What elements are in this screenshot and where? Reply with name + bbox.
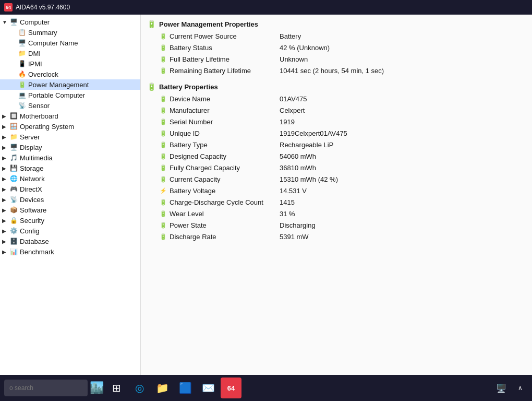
sidebar-item-config[interactable]: ▶⚙️Config (0, 226, 140, 236)
prop-icon-bp-8: ⚡ (160, 187, 167, 195)
sidebar-item-label-server: Server (20, 133, 40, 141)
property-value-pm-3: 10441 sec (2 hours, 54 min, 1 sec) (280, 67, 384, 75)
property-value-pm-0: Battery (280, 32, 301, 40)
section-icon-pm: 🔋 (147, 20, 156, 28)
taskbar-right: 🖥️ ∧ (493, 380, 528, 396)
property-row: 🔋 Manufacturer Celxpert (147, 105, 526, 117)
property-name-pm-2: 🔋 Full Battery Lifetime (160, 55, 280, 63)
property-row: 🔋 Battery Type Rechargeable LiP (147, 140, 526, 151)
tree-icon-operating-system: 🪟 (9, 122, 18, 131)
sidebar-item-operating-system[interactable]: ▶🪟Operating System (0, 121, 140, 132)
prop-icon-bp-3: 🔋 (160, 130, 167, 137)
sidebar-item-storage[interactable]: ▶💾Storage (0, 163, 140, 173)
expand-arrow: ▶ (2, 176, 9, 182)
sidebar-item-motherboard[interactable]: ▶🔲Motherboard (0, 111, 140, 121)
sidebar-item-overclock[interactable]: 🔥Overclock (0, 69, 140, 79)
prop-icon-bp-7: 🔋 (160, 176, 167, 183)
sidebar-item-label-storage: Storage (20, 164, 44, 172)
sidebar-item-database[interactable]: ▶🗄️Database (0, 236, 140, 246)
property-value-bp-10: 31 % (280, 210, 295, 218)
power-management-title: Power Management Properties (159, 20, 258, 28)
main-container: ▼🖥️Computer📋Summary🖥️Computer Name📁DMI📱I… (0, 15, 532, 375)
mail-icon[interactable]: ✉️ (198, 378, 219, 398)
tree-icon-config: ⚙️ (9, 227, 18, 235)
property-value-bp-12: 5391 mW (280, 233, 309, 241)
sidebar-item-devices[interactable]: ▶📡Devices (0, 194, 140, 205)
sidebar-item-label-sensor: Sensor (28, 102, 50, 110)
sidebar-item-display[interactable]: ▶🖥️Display (0, 142, 140, 152)
network-taskbar-icon[interactable]: 🖥️ (493, 380, 509, 396)
sidebar-item-label-multimedia: Multimedia (20, 154, 53, 162)
sidebar-item-label-directx: DirectX (20, 185, 42, 193)
property-row: 🔋 Discharge Rate 5391 mW (147, 232, 526, 243)
property-name-bp-7: 🔋 Current Capacity (160, 175, 280, 183)
tree-icon-sensor: 📡 (18, 101, 26, 110)
sidebar-item-server[interactable]: ▶📁Server (0, 132, 140, 142)
property-value-bp-2: 1919 (280, 118, 295, 126)
sidebar-item-label-config: Config (20, 227, 40, 235)
prop-icon-pm-0: 🔋 (160, 33, 167, 40)
prop-icon-bp-1: 🔋 (160, 107, 167, 114)
sidebar-item-dmi[interactable]: 📁DMI (0, 48, 140, 58)
task-view-icon[interactable]: ⊞ (106, 378, 127, 398)
store-icon[interactable]: 🟦 (175, 378, 196, 398)
sidebar-item-portable-computer[interactable]: 💻Portable Computer (0, 90, 140, 100)
property-name-pm-0: 🔋 Current Power Source (160, 32, 280, 40)
prop-icon-bp-12: 🔋 (160, 233, 167, 241)
sidebar-item-multimedia[interactable]: ▶🎵Multimedia (0, 152, 140, 163)
sidebar-item-label-operating-system: Operating System (20, 123, 74, 131)
sidebar-item-security[interactable]: ▶🔒Security (0, 215, 140, 226)
aida64-taskbar-icon[interactable]: 64 (221, 378, 241, 398)
section-icon-bp: 🔋 (147, 82, 156, 91)
sidebar-item-directx[interactable]: ▶🎮DirectX (0, 184, 140, 194)
sidebar-item-ipmi[interactable]: 📱IPMI (0, 58, 140, 69)
tree-icon-benchmark: 📊 (9, 247, 18, 256)
property-value-pm-2: Unknown (280, 55, 308, 63)
file-explorer-icon[interactable]: 📁 (152, 378, 173, 398)
expand-arrow: ▼ (2, 19, 9, 25)
search-input[interactable] (4, 380, 88, 396)
expand-arrow: ▶ (2, 207, 9, 213)
property-value-bp-7: 15310 mWh (42 %) (280, 175, 338, 183)
sidebar-item-benchmark[interactable]: ▶📊Benchmark (0, 246, 140, 257)
property-value-pm-1: 42 % (Unknown) (280, 44, 330, 52)
title-bar: 64 AIDA64 v5.97.4600 (0, 0, 532, 15)
edge-icon[interactable]: ◎ (129, 378, 150, 398)
expand-arrow: ▶ (2, 113, 9, 119)
sidebar-item-sensor[interactable]: 📡Sensor (0, 100, 140, 111)
app-icon: 64 (4, 3, 13, 11)
property-row: 🔋 Full Battery Lifetime Unknown (147, 54, 526, 66)
sidebar-item-label-dmi: DMI (28, 50, 41, 57)
prop-icon-bp-10: 🔋 (160, 210, 167, 218)
property-row: 🔋 Serial Number 1919 (147, 117, 526, 128)
tree-icon-software: 📦 (9, 206, 18, 214)
property-value-bp-6: 36810 mWh (280, 164, 316, 172)
sidebar-item-label-power-management: Power Management (28, 81, 89, 89)
property-value-bp-1: Celxpert (280, 107, 305, 114)
sidebar-item-software[interactable]: ▶📦Software (0, 205, 140, 215)
chevron-taskbar-icon[interactable]: ∧ (512, 380, 528, 396)
sidebar-item-power-management[interactable]: 🔋Power Management (0, 79, 140, 90)
sidebar-item-computer-name[interactable]: 🖥️Computer Name (0, 38, 140, 48)
sidebar-item-summary[interactable]: 📋Summary (0, 27, 140, 38)
tree-icon-multimedia: 🎵 (9, 154, 18, 162)
property-value-bp-5: 54060 mWh (280, 152, 316, 160)
property-name-bp-1: 🔋 Manufacturer (160, 107, 280, 114)
sidebar-item-computer[interactable]: ▼🖥️Computer (0, 17, 140, 27)
sidebar-item-network[interactable]: ▶🌐Network (0, 173, 140, 184)
tree-icon-directx: 🎮 (9, 185, 18, 193)
property-row: 🔋 Unique ID 1919Celxpert01AV475 (147, 128, 526, 140)
property-name-bp-9: 🔋 Charge-Discharge Cycle Count (160, 198, 280, 206)
property-row: 🔋 Battery Status 42 % (Unknown) (147, 43, 526, 54)
prop-icon-bp-11: 🔋 (160, 222, 167, 229)
prop-icon-bp-6: 🔋 (160, 164, 167, 172)
tree-icon-summary: 📋 (18, 28, 26, 37)
prop-icon-pm-1: 🔋 (160, 44, 167, 52)
expand-arrow: ▶ (2, 218, 9, 223)
tree-icon-overclock: 🔥 (18, 70, 26, 78)
property-row: 🔋 Current Capacity 15310 mWh (42 %) (147, 174, 526, 186)
tree-icon-portable-computer: 💻 (18, 91, 26, 99)
sidebar-item-label-motherboard: Motherboard (20, 112, 58, 120)
property-name-bp-11: 🔋 Power State (160, 221, 280, 229)
expand-arrow: ▶ (2, 155, 9, 161)
